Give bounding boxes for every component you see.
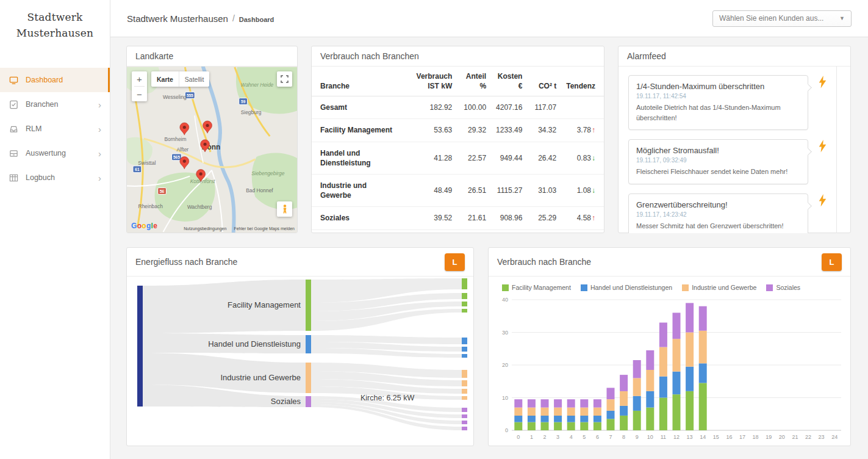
chevron-right-icon: › [98, 125, 101, 134]
legend-item[interactable]: Soziales [766, 284, 800, 291]
trend-down-icon: ↓ [592, 154, 595, 162]
sankey-node-soziales[interactable] [306, 396, 311, 407]
sankey-node-industrie[interactable] [306, 363, 311, 393]
trend-cell [561, 96, 604, 119]
cost-cell: 4207.16 [491, 96, 527, 119]
branch-name-cell: Soziales [312, 207, 401, 230]
alert-title: 1/4-Stunden-Maximum überschritten [636, 82, 800, 91]
svg-text:24: 24 [831, 434, 838, 440]
svg-text:0: 0 [517, 434, 520, 440]
sankey-node-handel[interactable] [306, 335, 311, 353]
map-type-satellite-button[interactable]: Satellit [179, 71, 210, 87]
branchen-icon [9, 99, 18, 109]
alert-item: Grenzwertüberschreitung!19.11.17, 14:23:… [628, 193, 841, 234]
map-zoom-control: + − [132, 71, 147, 101]
customer-select-value: Wählen Sie einen Kunden aus... [719, 14, 823, 23]
map-card-title: Landkarte [135, 51, 173, 61]
legend-label: Facility Management [512, 284, 571, 291]
table-row: Soziales39.5221.61908.9625.294.58↑ [312, 207, 604, 230]
svg-text:8: 8 [622, 434, 625, 440]
consumption-cell: 53.63 [401, 119, 457, 142]
bar-chart-legend: Facility ManagementHandel und Dienstleis… [502, 284, 844, 291]
map-place-label: Rheinbach [138, 203, 163, 209]
svg-text:5: 5 [583, 434, 586, 440]
sidebar-item-rlm[interactable]: RLM› [0, 117, 110, 141]
zoom-out-button[interactable]: − [132, 87, 147, 101]
fullscreen-icon [281, 75, 289, 83]
co2-cell: 25.29 [527, 207, 561, 230]
svg-text:19: 19 [766, 434, 772, 440]
legend-swatch [682, 284, 689, 291]
sankey-diagram[interactable]: Facility Management Handel und Dienstlei… [127, 276, 473, 441]
map-terms-link[interactable]: Nutzungsbedingungen [184, 226, 226, 231]
sidebar-item-branchen[interactable]: Branchen› [0, 92, 110, 117]
map-place-label: Wahner Heide [241, 82, 274, 88]
consumption-chart-header: Verbrauch nach Branche L [489, 248, 850, 276]
table-row: Facility Management53.6329.321233.4934.3… [312, 119, 604, 142]
branch-table-head-row: BrancheVerbrauch IST kWAnteil %Kosten €C… [312, 67, 604, 96]
map-report-link[interactable]: Fehler bei Google Maps melden [234, 226, 295, 231]
breadcrumb-root[interactable]: Stadtwerk Musterhausen [127, 13, 228, 24]
cost-cell: 949.44 [491, 142, 527, 174]
map-place-label: Siebengebirge [251, 170, 285, 176]
branch-table-header: Verbrauch nach Branchen [312, 46, 604, 67]
map-canvas[interactable]: 555 59 565 61 56 Wahner Heide Wesseling … [127, 67, 297, 233]
svg-text:14: 14 [700, 434, 706, 440]
sidebar-item-dashboard[interactable]: Dashboard [0, 68, 110, 92]
svg-text:4: 4 [570, 434, 573, 440]
legend-item[interactable]: Facility Management [502, 284, 571, 291]
branch-name-cell: Gesamt [312, 96, 401, 119]
consumption-cell: 48.49 [401, 174, 457, 206]
map-card: Landkarte 555 59 565 [126, 46, 298, 233]
alert-bubble: Möglicher Stromausfall!19.11.17, 09:32:4… [628, 139, 808, 184]
fullscreen-button[interactable] [277, 71, 292, 87]
cost-cell: 908.96 [491, 207, 527, 230]
energy-flow-header: Energiefluss nach Branche L [127, 248, 473, 276]
legend-item[interactable]: Industrie und Gewerbe [682, 284, 756, 291]
alert-bubble: 1/4-Stunden-Maximum überschritten19.11.1… [628, 75, 808, 130]
column-header: Tendenz [561, 67, 604, 96]
chevron-down-icon: ▼ [839, 15, 845, 21]
customer-select-dropdown[interactable]: Wählen Sie einen Kunden aus... ▼ [712, 10, 852, 27]
sankey-source-node[interactable] [137, 286, 143, 407]
consumption-chart-detail-button[interactable]: L [822, 253, 842, 271]
breadcrumb-separator: / [232, 13, 235, 23]
sankey-node-label: Handel und Dienstleistung [208, 339, 301, 349]
alert-title: Grenzwertüberschreitung! [636, 200, 800, 209]
sankey-node-facility[interactable] [306, 280, 311, 331]
chevron-right-icon: › [98, 173, 101, 183]
map-place-label: Wachtberg [187, 204, 212, 210]
svg-text:40: 40 [502, 297, 508, 303]
sidebar-item-logbuch[interactable]: Logbuch› [0, 165, 110, 190]
road-shield: 565 [171, 154, 181, 161]
alert-timestamp: 19.11.17, 11:42:54 [636, 93, 800, 99]
chevron-right-icon: › [98, 100, 101, 109]
zoom-in-button[interactable]: + [132, 71, 147, 86]
legend-label: Handel und Dienstleistungen [590, 284, 672, 291]
chevron-right-icon: › [98, 149, 101, 158]
alarmfeed-title: Alarmfeed [627, 51, 666, 61]
legend-label: Industrie und Gewerbe [692, 284, 756, 291]
column-header: CO² t [527, 67, 561, 96]
map-type-map-button[interactable]: Karte [151, 71, 179, 87]
app-logo: Stadtwerk Musterhausen [0, 0, 110, 47]
branch-table-title: Verbrauch nach Branchen [320, 51, 419, 61]
sidebar-item-auswertung[interactable]: Auswertung› [0, 141, 110, 165]
bar-chart-svg[interactable]: 0102030400123456789101112131415161718192… [497, 295, 845, 447]
legend-item[interactable]: Handel und Dienstleistungen [581, 284, 672, 291]
pegman-button[interactable] [277, 201, 292, 217]
svg-text:11: 11 [661, 434, 666, 440]
svg-text:21: 21 [792, 434, 798, 440]
map-place-label: Kottenforst [190, 178, 215, 184]
topbar: Stadtwerk Musterhausen / Dashboard Wähle… [110, 0, 868, 37]
energy-flow-detail-button[interactable]: L [445, 253, 465, 271]
bar-chart-area: Facility ManagementHandel und Dienstleis… [489, 276, 850, 450]
map-place-label: Alfter [177, 146, 189, 153]
consumption-chart-title: Verbrauch nach Branche [497, 257, 591, 267]
map-place-label: Siegburg [241, 109, 262, 115]
sidebar-item-label: RLM [26, 125, 41, 133]
branch-table: BrancheVerbrauch IST kWAnteil %Kosten €C… [312, 67, 604, 230]
column-header: Kosten € [491, 67, 527, 96]
sidebar-item-label: Dashboard [26, 76, 63, 84]
share-cell: 22.57 [457, 142, 491, 174]
